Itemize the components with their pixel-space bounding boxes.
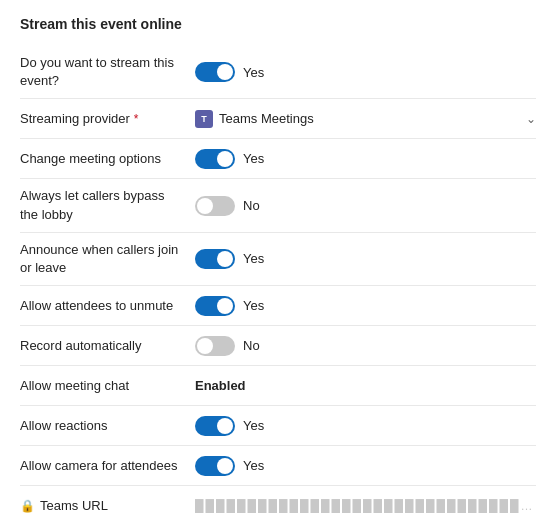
- change-meeting-options-content: Yes: [195, 149, 536, 169]
- provider-inner: T Teams Meetings: [195, 110, 314, 128]
- teams-url-content: ████████████████████████████████████████…: [195, 499, 536, 513]
- toggle-knob: [217, 64, 233, 80]
- lock-icon: 🔒: [20, 499, 35, 513]
- toggle-knob: [197, 198, 213, 214]
- announce-callers-toggle[interactable]: [195, 249, 235, 269]
- meeting-chat-value: Enabled: [195, 378, 246, 393]
- chevron-down-icon: ⌄: [526, 112, 536, 126]
- change-meeting-options-toggle-label: Yes: [243, 151, 264, 166]
- allow-reactions-toggle[interactable]: [195, 416, 235, 436]
- provider-content[interactable]: T Teams Meetings ⌄: [195, 110, 536, 128]
- record-auto-label: Record automatically: [20, 337, 195, 355]
- bypass-lobby-toggle[interactable]: [195, 196, 235, 216]
- allow-unmute-toggle[interactable]: [195, 296, 235, 316]
- allow-unmute-content: Yes: [195, 296, 536, 316]
- allow-reactions-row: Allow reactions Yes: [20, 406, 536, 446]
- meeting-chat-row: Allow meeting chat Enabled: [20, 366, 536, 406]
- stream-event-row: Do you want to stream this event? Yes: [20, 46, 536, 99]
- announce-callers-label: Announce when callers join or leave: [20, 241, 195, 277]
- camera-attendees-toggle[interactable]: [195, 456, 235, 476]
- streaming-provider-row: Streaming provider * T Teams Meetings ⌄: [20, 99, 536, 139]
- change-meeting-options-label: Change meeting options: [20, 150, 195, 168]
- announce-callers-row: Announce when callers join or leave Yes: [20, 233, 536, 286]
- teams-url-label-text: Teams URL: [40, 498, 108, 513]
- teams-url-value: ████████████████████████████████████████…: [195, 499, 536, 513]
- toggle-knob: [217, 418, 233, 434]
- stream-event-toggle-label: Yes: [243, 65, 264, 80]
- stream-event-content: Yes: [195, 62, 536, 82]
- camera-attendees-toggle-label: Yes: [243, 458, 264, 473]
- camera-attendees-label: Allow camera for attendees: [20, 457, 195, 475]
- allow-unmute-toggle-label: Yes: [243, 298, 264, 313]
- camera-attendees-row: Allow camera for attendees Yes: [20, 446, 536, 486]
- meeting-chat-label: Allow meeting chat: [20, 377, 195, 395]
- bypass-lobby-content: No: [195, 196, 536, 216]
- bypass-lobby-toggle-label: No: [243, 198, 260, 213]
- streaming-provider-label: Streaming provider *: [20, 111, 195, 126]
- provider-label-text: Streaming provider: [20, 111, 130, 126]
- required-star: *: [134, 112, 139, 126]
- announce-callers-toggle-label: Yes: [243, 251, 264, 266]
- stream-event-label: Do you want to stream this event?: [20, 54, 195, 90]
- camera-attendees-content: Yes: [195, 456, 536, 476]
- bypass-lobby-row: Always let callers bypass the lobby No: [20, 179, 536, 232]
- bypass-lobby-label: Always let callers bypass the lobby: [20, 187, 195, 223]
- allow-reactions-content: Yes: [195, 416, 536, 436]
- teams-url-label: 🔒 Teams URL: [20, 498, 195, 513]
- panel-title: Stream this event online: [20, 16, 536, 32]
- stream-online-panel: Stream this event online Do you want to …: [0, 0, 556, 516]
- toggle-knob: [197, 338, 213, 354]
- allow-reactions-toggle-label: Yes: [243, 418, 264, 433]
- record-auto-content: No: [195, 336, 536, 356]
- toggle-knob: [217, 251, 233, 267]
- teams-icon: T: [195, 110, 213, 128]
- allow-unmute-row: Allow attendees to unmute Yes: [20, 286, 536, 326]
- change-meeting-options-row: Change meeting options Yes: [20, 139, 536, 179]
- toggle-knob: [217, 151, 233, 167]
- stream-event-toggle[interactable]: [195, 62, 235, 82]
- allow-reactions-label: Allow reactions: [20, 417, 195, 435]
- toggle-knob: [217, 298, 233, 314]
- provider-name: Teams Meetings: [219, 111, 314, 126]
- meeting-chat-content: Enabled: [195, 378, 536, 393]
- record-auto-row: Record automatically No: [20, 326, 536, 366]
- record-auto-toggle-label: No: [243, 338, 260, 353]
- teams-url-row: 🔒 Teams URL ████████████████████████████…: [20, 486, 536, 516]
- allow-unmute-label: Allow attendees to unmute: [20, 297, 195, 315]
- record-auto-toggle[interactable]: [195, 336, 235, 356]
- announce-callers-content: Yes: [195, 249, 536, 269]
- toggle-knob: [217, 458, 233, 474]
- change-meeting-options-toggle[interactable]: [195, 149, 235, 169]
